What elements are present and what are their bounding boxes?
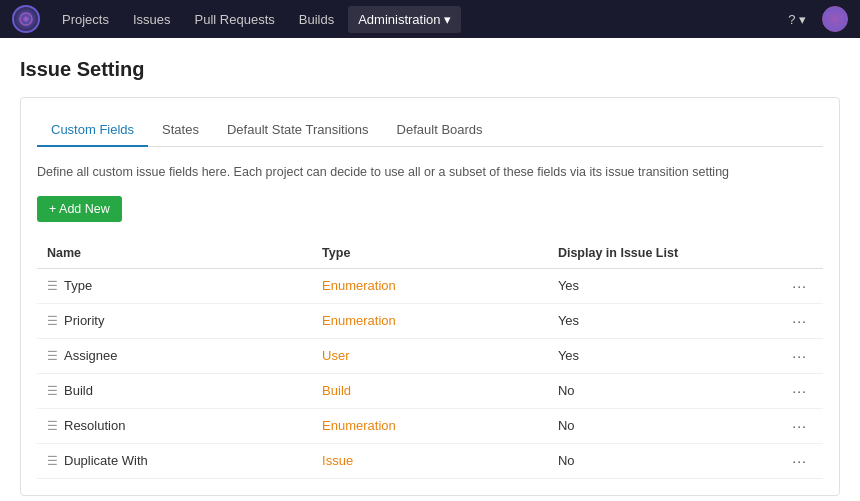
field-type-link[interactable]: Issue (322, 453, 353, 468)
field-actions-cell: ··· (744, 338, 823, 373)
field-type-cell: Issue (312, 443, 548, 478)
field-display-cell: No (548, 373, 745, 408)
field-name-label: Type (64, 278, 92, 293)
field-actions-cell: ··· (744, 443, 823, 478)
tab-states[interactable]: States (148, 114, 213, 147)
display-value: No (558, 418, 575, 433)
field-type-link[interactable]: Enumeration (322, 278, 396, 293)
nav-builds[interactable]: Builds (289, 6, 344, 33)
drag-handle-icon[interactable]: ☰ (47, 384, 58, 398)
field-display-cell: Yes (548, 303, 745, 338)
field-name-label: Resolution (64, 418, 125, 433)
field-type-cell: Build (312, 373, 548, 408)
display-value: Yes (558, 278, 579, 293)
nav-issues[interactable]: Issues (123, 6, 181, 33)
field-type-link[interactable]: Build (322, 383, 351, 398)
field-name-label: Duplicate With (64, 453, 148, 468)
field-display-cell: No (548, 408, 745, 443)
app-logo[interactable] (12, 5, 40, 33)
field-name-label: Priority (64, 313, 104, 328)
drag-handle-icon[interactable]: ☰ (47, 349, 58, 363)
more-actions-button[interactable]: ··· (786, 451, 813, 471)
field-type-link[interactable]: Enumeration (322, 313, 396, 328)
help-button[interactable]: ? ▾ (780, 8, 814, 31)
col-header-name: Name (37, 238, 312, 269)
field-actions-cell: ··· (744, 268, 823, 303)
nav-projects[interactable]: Projects (52, 6, 119, 33)
custom-fields-table: Name Type Display in Issue List ☰TypeEnu… (37, 238, 823, 479)
tab-default-state-transitions[interactable]: Default State Transitions (213, 114, 383, 147)
field-type-cell: Enumeration (312, 408, 548, 443)
table-row: ☰ResolutionEnumerationNo··· (37, 408, 823, 443)
field-type-cell: User (312, 338, 548, 373)
field-name-cell: ☰Build (37, 373, 312, 408)
drag-handle-icon[interactable]: ☰ (47, 314, 58, 328)
field-type-link[interactable]: User (322, 348, 349, 363)
add-new-button[interactable]: + Add New (37, 196, 122, 222)
field-type-cell: Enumeration (312, 303, 548, 338)
field-name-cell: ☰Duplicate With (37, 443, 312, 478)
more-actions-button[interactable]: ··· (786, 276, 813, 296)
field-actions-cell: ··· (744, 373, 823, 408)
nav-pull-requests[interactable]: Pull Requests (185, 6, 285, 33)
display-value: No (558, 453, 575, 468)
col-header-display: Display in Issue List (548, 238, 745, 269)
table-row: ☰PriorityEnumerationYes··· (37, 303, 823, 338)
tab-default-boards[interactable]: Default Boards (383, 114, 497, 147)
field-name-cell: ☰Priority (37, 303, 312, 338)
field-name-cell: ☰Type (37, 268, 312, 303)
drag-handle-icon[interactable]: ☰ (47, 454, 58, 468)
nav-administration[interactable]: Administration ▾ (348, 6, 461, 33)
field-actions-cell: ··· (744, 303, 823, 338)
col-header-type: Type (312, 238, 548, 269)
drag-handle-icon[interactable]: ☰ (47, 419, 58, 433)
user-avatar[interactable] (822, 6, 848, 32)
table-row: ☰TypeEnumerationYes··· (37, 268, 823, 303)
field-name-cell: ☰Assignee (37, 338, 312, 373)
field-actions-cell: ··· (744, 408, 823, 443)
table-row: ☰BuildBuildNo··· (37, 373, 823, 408)
field-display-cell: Yes (548, 338, 745, 373)
display-value: Yes (558, 348, 579, 363)
field-display-cell: Yes (548, 268, 745, 303)
tabs-bar: Custom Fields States Default State Trans… (37, 114, 823, 147)
display-value: No (558, 383, 575, 398)
more-actions-button[interactable]: ··· (786, 416, 813, 436)
topnav-right: ? ▾ (780, 6, 848, 32)
field-name-cell: ☰Resolution (37, 408, 312, 443)
tab-custom-fields[interactable]: Custom Fields (37, 114, 148, 147)
table-row: ☰AssigneeUserYes··· (37, 338, 823, 373)
field-name-label: Assignee (64, 348, 117, 363)
more-actions-button[interactable]: ··· (786, 346, 813, 366)
page-content: Issue Setting Custom Fields States Defau… (0, 38, 860, 501)
more-actions-button[interactable]: ··· (786, 311, 813, 331)
settings-panel: Custom Fields States Default State Trans… (20, 97, 840, 496)
description-text: Define all custom issue fields here. Eac… (37, 163, 823, 182)
table-row: ☰Duplicate WithIssueNo··· (37, 443, 823, 478)
drag-handle-icon[interactable]: ☰ (47, 279, 58, 293)
field-type-cell: Enumeration (312, 268, 548, 303)
field-name-label: Build (64, 383, 93, 398)
col-header-actions (744, 238, 823, 269)
more-actions-button[interactable]: ··· (786, 381, 813, 401)
top-navigation: Projects Issues Pull Requests Builds Adm… (0, 0, 860, 38)
field-display-cell: No (548, 443, 745, 478)
field-type-link[interactable]: Enumeration (322, 418, 396, 433)
page-title: Issue Setting (20, 58, 840, 81)
display-value: Yes (558, 313, 579, 328)
